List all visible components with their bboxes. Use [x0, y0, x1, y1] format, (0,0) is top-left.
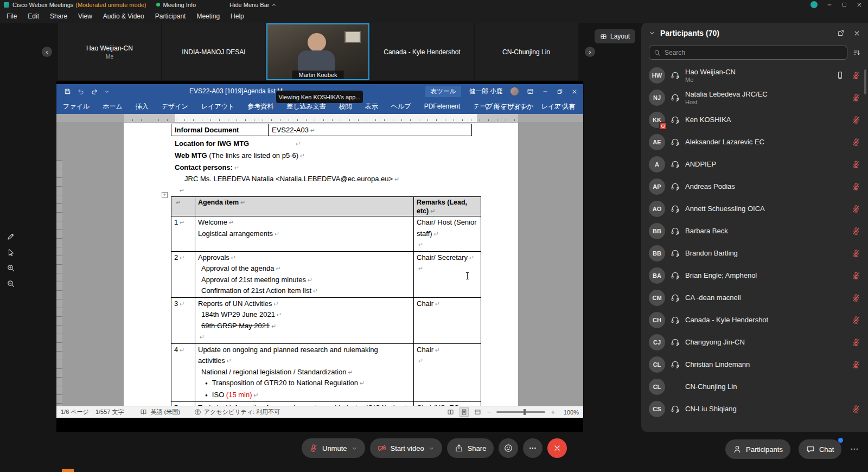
- muted-mic-icon[interactable]: [852, 71, 860, 80]
- chat-toggle-button[interactable]: Chat: [799, 439, 841, 459]
- video-options-chevron-icon[interactable]: [429, 445, 435, 451]
- participant-row[interactable]: AANDPIEP: [641, 153, 868, 175]
- more-panels-icon[interactable]: [850, 444, 859, 454]
- participant-row[interactable]: CJChangyong Jin-CN: [641, 331, 868, 353]
- muted-mic-icon[interactable]: [852, 271, 860, 280]
- menu-audio-video[interactable]: Audio & Video: [98, 10, 150, 22]
- muted-mic-icon[interactable]: [852, 116, 860, 124]
- share-label: Share: [468, 444, 487, 452]
- menu-edit[interactable]: Edit: [22, 10, 44, 22]
- participant-row-icons: [852, 160, 860, 169]
- layout-button[interactable]: Layout: [595, 29, 635, 43]
- participant-row[interactable]: AOAnnett Schuessling OICA: [641, 197, 868, 220]
- participant-name-text: Natalia Lebedeva JRC/EC: [685, 90, 768, 98]
- doc-line: ↵: [417, 355, 478, 367]
- muted-mic-icon[interactable]: [852, 316, 860, 324]
- participant-row[interactable]: CLChristian Lindemann: [641, 353, 868, 375]
- participant-row[interactable]: BBBrandon Bartling: [641, 242, 868, 264]
- video-strip-next-arrow[interactable]: ›: [585, 47, 595, 57]
- participant-row[interactable]: NJNatalia Lebedeva JRC/ECHost: [641, 86, 868, 109]
- hide-menu-bar-label: Hide Menu Bar: [229, 2, 269, 8]
- avatar: A: [649, 156, 665, 173]
- more-options-button[interactable]: [523, 438, 542, 458]
- participant-name: Hao Weijian-CNMe: [685, 68, 736, 83]
- participant-row[interactable]: AEAleksander Lazarevic EC: [641, 131, 868, 153]
- minimize-window-icon[interactable]: [826, 2, 833, 8]
- participants-toggle-button[interactable]: Participants: [725, 439, 790, 459]
- muted-mic-icon[interactable]: [852, 405, 860, 413]
- participant-row[interactable]: CMCA -dean macneil: [641, 286, 868, 309]
- leave-meeting-button[interactable]: [547, 438, 567, 458]
- doc-line: Approvals↵: [198, 252, 411, 264]
- doc-line: Reports of UN Activities↵: [198, 298, 411, 310]
- doc-line: Confirmation of 21st Action item list↵: [201, 285, 411, 297]
- muted-mic-icon[interactable]: [852, 160, 860, 169]
- participant-row[interactable]: HWHao Weijian-CNMe: [641, 64, 868, 86]
- ribbon-tab: 表示: [365, 102, 378, 111]
- maximize-window-icon[interactable]: [841, 2, 847, 8]
- pop-out-panel-icon[interactable]: [837, 29, 845, 37]
- menu-participant[interactable]: Participant: [150, 10, 192, 22]
- participant-row[interactable]: CHCanada - Kyle Hendershot: [641, 309, 868, 331]
- muted-mic-icon[interactable]: [852, 138, 860, 146]
- share-button[interactable]: Share: [447, 438, 494, 458]
- close-window-icon[interactable]: [856, 2, 863, 8]
- lightbulb-icon: [483, 103, 490, 110]
- video-tile[interactable]: Martin Koubek: [266, 23, 369, 80]
- participant-row[interactable]: KKKen KOSHIKA: [641, 109, 868, 131]
- participants-scrollbar[interactable]: [864, 69, 866, 94]
- participants-search-input[interactable]: [665, 49, 843, 56]
- video-tile[interactable]: Hao Weijian-CNMe: [58, 23, 161, 80]
- video-tile[interactable]: INDIA-MANOJ DESAI: [162, 23, 265, 80]
- menu-view[interactable]: View: [73, 10, 98, 22]
- participant-name-text: Ken KOSHIKA: [685, 116, 731, 124]
- zoom-in-icon[interactable]: [7, 264, 15, 272]
- ribbon-tab: デザイン: [162, 102, 188, 111]
- menu-file[interactable]: File: [1, 10, 22, 22]
- muted-mic-icon[interactable]: [852, 360, 860, 369]
- participant-row[interactable]: BBBarbara Beck: [641, 220, 868, 242]
- participant-row[interactable]: CSCN-Liu Shiqiang: [641, 398, 868, 420]
- participant-name: Canada - Kyle Hendershot: [685, 316, 768, 324]
- participant-name-text: Christian Lindemann: [685, 360, 750, 368]
- video-strip-prev-arrow[interactable]: ‹: [42, 47, 52, 57]
- screen-share-badge-icon: [659, 122, 667, 130]
- agenda-item-cell: Update on ongoing and planned research a…: [195, 343, 414, 402]
- search-box[interactable]: [649, 46, 847, 60]
- muted-mic-icon[interactable]: [852, 249, 860, 258]
- video-tile[interactable]: Canada - Kyle Hendershot: [371, 23, 474, 80]
- meeting-info-button[interactable]: Meeting Info: [163, 2, 196, 8]
- chevron-down-icon[interactable]: [649, 30, 655, 36]
- unmute-button[interactable]: Unmute: [302, 438, 365, 458]
- participant-name-text: ANDPIEP: [685, 160, 716, 168]
- mobile-device-icon: [836, 71, 844, 79]
- close-panel-icon[interactable]: [853, 30, 860, 37]
- zoom-out-icon[interactable]: [7, 279, 15, 288]
- muted-mic-icon[interactable]: [852, 227, 860, 235]
- muted-mic-icon[interactable]: [852, 294, 860, 302]
- unmute-options-chevron-icon[interactable]: [352, 445, 358, 451]
- menu-meeting[interactable]: Meeting: [191, 10, 225, 22]
- reactions-button[interactable]: [499, 438, 518, 458]
- muted-mic-icon[interactable]: [852, 205, 860, 213]
- menu-share[interactable]: Share: [44, 10, 73, 22]
- annotate-icon[interactable]: [7, 232, 15, 241]
- video-tile[interactable]: CN-Chunjing Lin: [475, 23, 578, 80]
- muted-mic-icon[interactable]: [852, 182, 860, 191]
- start-video-button[interactable]: Start video: [370, 438, 442, 458]
- participant-row[interactable]: APAndreas Podias: [641, 175, 868, 197]
- sort-participants-icon[interactable]: [853, 49, 860, 56]
- participant-row[interactable]: CLCN-Chunjing Lin: [641, 375, 868, 398]
- word-share-button: 共有: [553, 102, 576, 111]
- hide-menu-bar-button[interactable]: Hide Menu Bar: [229, 2, 277, 8]
- muted-mic-icon[interactable]: [852, 93, 860, 102]
- print-layout-icon: [460, 408, 468, 416]
- participant-name-text: Brandon Bartling: [685, 249, 738, 257]
- doc-line: ●Transposition of GTR20 to National Regu…: [198, 378, 411, 390]
- muted-mic-icon[interactable]: [852, 338, 860, 347]
- smiley-icon: [504, 444, 513, 452]
- menu-help[interactable]: Help: [225, 10, 250, 22]
- pointer-icon[interactable]: [7, 248, 15, 257]
- webex-status-icon[interactable]: [810, 1, 818, 8]
- participant-row[interactable]: BABrian Engle; Amphenol: [641, 264, 868, 286]
